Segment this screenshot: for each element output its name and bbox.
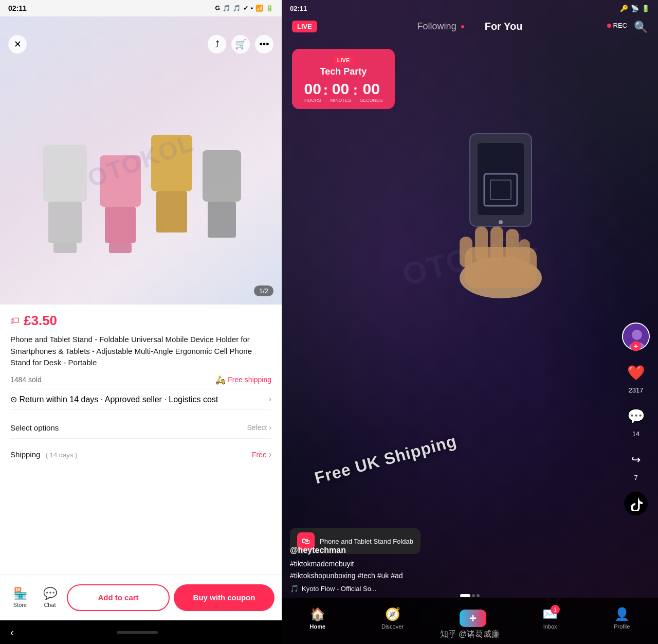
return-arrow-icon: › xyxy=(269,395,271,404)
product-image-container[interactable]: ✕ ⤴ 🛒 ••• xyxy=(0,16,282,305)
nav-discover[interactable]: 🧭 Discover xyxy=(381,607,404,630)
wifi-off-icon: 📡 xyxy=(631,5,639,12)
video-info: @heytechman #tiktokmademebuyit #tiktoksh… xyxy=(290,546,617,593)
profile-icon: 👤 xyxy=(614,607,630,621)
discover-icon: 🧭 xyxy=(385,607,400,621)
select-options-label: Select options xyxy=(10,423,59,432)
share-button[interactable]: ⤴ xyxy=(208,35,226,53)
svg-rect-4 xyxy=(105,207,136,243)
battery-icon-right: 🔋 xyxy=(642,5,650,12)
search-icon[interactable]: 🔍 xyxy=(634,21,648,34)
shipping-days: ( 14 days ) xyxy=(46,451,77,459)
store-icon: 🏪 xyxy=(13,587,27,600)
scroll-dot-active xyxy=(460,594,470,597)
like-button-group[interactable]: ❤️ 2317 xyxy=(624,361,648,394)
tiktok-top-bar: LIVE Following For You REC 🔍 xyxy=(282,21,658,32)
follow-plus-icon[interactable]: + xyxy=(631,341,641,351)
music-title: Kyoto Flow - Official So... xyxy=(302,585,377,593)
rec-dot xyxy=(607,24,611,28)
buy-with-coupon-button[interactable]: Buy with coupon xyxy=(174,584,275,611)
tiktok-video: OTOKOL 02:11 🔑 📡 🔋 LIVE Following For Yo… xyxy=(282,0,658,644)
signal-icon: • xyxy=(251,5,253,12)
shipping-label: Shipping xyxy=(10,450,40,459)
share-button-group[interactable]: ↪ 7 xyxy=(624,448,648,481)
nav-inbox[interactable]: ✉️ Inbox 1 xyxy=(542,607,558,630)
return-policy-row[interactable]: ⊙ Return within 14 days · Approved selle… xyxy=(10,389,271,410)
like-count: 2317 xyxy=(629,386,644,394)
music-note-icon: 🎵 xyxy=(290,584,299,593)
select-arrow-icon: › xyxy=(269,423,271,432)
status-bar-right: 02:11 🔑 📡 🔋 xyxy=(282,0,658,16)
close-button[interactable]: ✕ xyxy=(8,35,27,53)
shipping-row[interactable]: Shipping ( 14 days ) Free › xyxy=(10,446,271,463)
key-icon: 🔑 xyxy=(620,5,628,12)
select-action[interactable]: Select › xyxy=(247,423,271,432)
for-you-tab[interactable]: For You xyxy=(485,21,523,32)
shipping-icon: 🛵 xyxy=(215,375,226,385)
right-actions: + ❤️ 2317 💬 14 ↪ 7 xyxy=(622,323,650,515)
svg-rect-9 xyxy=(208,202,236,238)
chat-label: Chat xyxy=(44,602,56,608)
countdown-timer: 00 HOURS : 00 MINUTES : 00 SECONDS xyxy=(302,81,385,103)
store-button[interactable]: 🏪 Store xyxy=(7,587,33,608)
share-button-right[interactable]: ↪ xyxy=(624,448,648,472)
price-tag-icon: 🏷 xyxy=(10,315,20,326)
nav-icons-right: ⤴ 🛒 ••• xyxy=(208,35,273,53)
colon-1: : xyxy=(323,82,328,98)
cart-button[interactable]: 🛒 xyxy=(231,35,250,53)
select-options-row[interactable]: Select options Select › xyxy=(10,417,271,439)
music-row[interactable]: 🎵 Kyoto Flow - Official So... xyxy=(290,584,617,593)
svg-rect-12 xyxy=(460,237,472,267)
svg-rect-13 xyxy=(475,226,488,262)
add-button[interactable]: + xyxy=(460,610,486,627)
username[interactable]: @heytechman xyxy=(290,546,617,555)
comment-count: 14 xyxy=(632,430,639,438)
svg-point-23 xyxy=(632,330,642,340)
free-shipping-badge: 🛵 Free shipping xyxy=(215,375,271,385)
live-badge[interactable]: LIVE xyxy=(292,21,317,32)
home-indicator-left xyxy=(117,631,158,634)
sold-count: 1484 sold xyxy=(10,375,42,384)
chat-icon: 💬 xyxy=(43,587,57,600)
tiktok-icon-2: 🎵 xyxy=(233,5,241,12)
back-chevron-icon[interactable]: ‹ xyxy=(10,627,14,638)
live-countdown-title: Tech Party xyxy=(302,66,385,77)
more-button[interactable]: ••• xyxy=(255,35,273,53)
svg-rect-1 xyxy=(48,202,82,243)
svg-rect-5 xyxy=(109,243,132,253)
svg-rect-14 xyxy=(490,226,503,262)
image-counter: 1/2 xyxy=(254,285,273,296)
share-icon: ⤴ xyxy=(215,39,220,50)
svg-rect-16 xyxy=(519,239,530,267)
comment-button[interactable]: 💬 xyxy=(624,404,648,428)
nav-home[interactable]: 🏠 Home xyxy=(310,607,326,630)
status-time-right: 02:11 xyxy=(290,5,307,12)
nav-profile[interactable]: 👤 Profile xyxy=(614,607,630,630)
like-button[interactable]: ❤️ xyxy=(624,361,648,384)
status-time-left: 02:11 xyxy=(8,4,27,12)
share-count: 7 xyxy=(634,474,637,481)
following-tab[interactable]: Following xyxy=(417,21,464,32)
hashtags: #tiktokmademebuyit #tiktokshopunboxing #… xyxy=(290,558,617,581)
following-dot xyxy=(461,25,464,28)
more-icon: ••• xyxy=(260,39,269,50)
svg-rect-2 xyxy=(53,243,77,253)
chat-button[interactable]: 💬 Chat xyxy=(37,587,63,608)
cart-icon: 🛒 xyxy=(235,39,246,50)
google-icon: G xyxy=(215,5,220,12)
free-shipping-label: Free shipping xyxy=(228,375,271,384)
minutes-block: 00 MINUTES xyxy=(330,81,351,103)
product-info: 🏷 £3.50 Phone and Tablet Stand - Foldabl… xyxy=(0,305,282,574)
left-panel: 02:11 G 🎵 🎵 ✓ • 📶 🔋 ✕ ⤴ 🛒 xyxy=(0,0,282,644)
nav-add[interactable]: + xyxy=(460,610,486,627)
shipping-free: Free xyxy=(252,451,267,459)
tiktok-tabs: Following For You xyxy=(417,21,523,32)
bottom-scroll-indicator xyxy=(282,595,658,597)
video-content xyxy=(424,103,578,300)
live-countdown-card[interactable]: LIVE Tech Party 00 HOURS : 00 MINUTES : … xyxy=(292,49,395,109)
comment-button-group[interactable]: 💬 14 xyxy=(624,404,648,438)
sold-shipping-row: 1484 sold 🛵 Free shipping xyxy=(10,375,271,385)
status-icons-left: G 🎵 🎵 ✓ • 📶 🔋 xyxy=(215,5,273,12)
creator-avatar-container[interactable]: + xyxy=(622,323,650,350)
add-to-cart-button[interactable]: Add to cart xyxy=(67,584,170,611)
